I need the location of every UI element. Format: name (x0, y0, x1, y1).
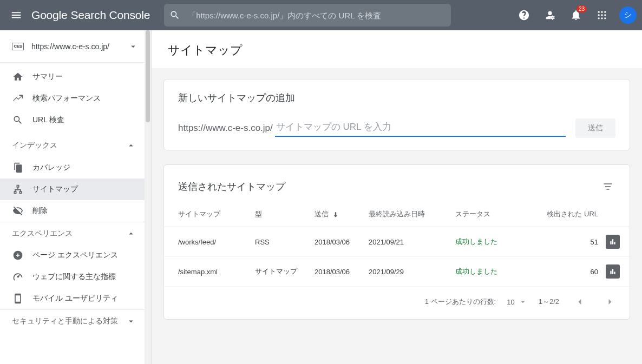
trending-icon (12, 92, 24, 104)
cell-status: 成功しました (451, 257, 527, 287)
page-title: サイトマップ (152, 30, 642, 68)
table-row[interactable]: /works/feed/ RSS 2018/03/06 2021/09/21 成… (164, 227, 630, 257)
sidebar-item-label: ウェブに関する主な指標 (32, 272, 136, 282)
next-page-button[interactable] (600, 292, 620, 312)
cell-last-read: 2021/09/29 (364, 257, 451, 287)
cell-sitemap: /sitemap.xml (164, 257, 251, 287)
submitted-heading: 送信されたサイトマップ (178, 180, 598, 193)
visibility-off-icon (12, 205, 24, 217)
cell-type: RSS (251, 227, 310, 257)
svg-point-4 (601, 14, 602, 16)
group-label: セキュリティと手動による対策 (12, 316, 126, 326)
hamburger-icon (10, 9, 22, 21)
product-logo: Google Search Console (31, 9, 150, 22)
svg-point-7 (601, 17, 602, 19)
table-row[interactable]: /sitemap.xml サイトマップ 2018/03/06 2021/09/2… (164, 257, 630, 287)
chevron-left-icon (574, 296, 585, 307)
rows-per-page-value: 10 (507, 298, 514, 306)
col-type[interactable]: 型 (251, 202, 310, 227)
table-pager: 1 ページあたりの行数: 10 1～2/2 (164, 287, 630, 319)
caret-down-icon (518, 297, 528, 307)
notification-badge: 23 (577, 5, 587, 12)
sidebar-group-index[interactable]: インデックス (0, 134, 145, 157)
cell-type: サイトマップ (251, 257, 310, 287)
main-content: サイトマップ 新しいサイトマップの追加 https://www.c-e-s.co… (152, 30, 642, 364)
arrow-down-icon (332, 211, 339, 219)
chevron-right-icon (605, 296, 615, 307)
submit-button[interactable]: 送信 (575, 118, 615, 138)
notifications-button[interactable]: 23 (563, 2, 589, 28)
col-found[interactable]: 検出された URL (527, 202, 601, 227)
svg-point-3 (598, 14, 600, 16)
speed-icon (12, 271, 24, 283)
filter-button[interactable] (598, 177, 618, 196)
url-inspect-search[interactable] (164, 4, 451, 27)
sidebar-item-core-vitals[interactable]: ウェブに関する主な指標 (0, 266, 145, 288)
sitemap-url-input[interactable] (275, 120, 566, 137)
col-status[interactable]: ステータス (451, 202, 527, 227)
col-last-read[interactable]: 最終読み込み日時 (364, 202, 451, 227)
user-settings-icon (544, 9, 556, 21)
svg-point-5 (604, 14, 606, 16)
rows-per-page-select[interactable]: 10 (507, 297, 527, 307)
pages-icon (12, 162, 24, 174)
sidebar-group-security[interactable]: セキュリティと手動による対策 (0, 309, 145, 332)
sidebar-item-url-inspect[interactable]: URL 検査 (0, 109, 145, 131)
svg-point-6 (598, 17, 600, 19)
row-chart-button[interactable] (606, 264, 620, 279)
group-label: インデックス (12, 141, 126, 150)
prev-page-button[interactable] (570, 292, 589, 312)
sidebar-item-label: 検索パフォーマンス (32, 94, 136, 103)
logo-google: Google (31, 9, 68, 22)
smartphone-icon (12, 293, 24, 305)
sidebar-item-removals[interactable]: 削除 (0, 200, 145, 222)
menu-button[interactable] (3, 2, 29, 28)
property-selector[interactable]: CES https://www.c-e-s.co.jp/ (0, 30, 145, 63)
cell-sitemap: /works/feed/ (164, 227, 251, 257)
circle-plus-icon (12, 249, 24, 261)
sidebar-item-coverage[interactable]: カバレッジ (0, 157, 145, 178)
apps-grid-icon (597, 10, 607, 21)
bar-chart-icon (609, 238, 617, 246)
sidebar-item-label: サマリー (32, 72, 136, 82)
account-avatar[interactable]: シ (619, 6, 637, 24)
apps-button[interactable] (589, 2, 615, 28)
sitemaps-table: サイトマップ 型 送信 最終読み込み日時 ステータス 検出された URL (164, 202, 630, 287)
home-icon (12, 71, 24, 83)
search-input[interactable] (188, 11, 446, 20)
sidebar-item-label: 削除 (32, 206, 136, 216)
rows-per-page-label: 1 ページあたりの行数: (425, 297, 496, 307)
bar-chart-icon (609, 268, 617, 275)
sidebar-item-mobile-usability[interactable]: モバイル ユーザビリティ (0, 288, 145, 309)
cell-sent: 2018/03/06 (310, 257, 364, 287)
search-icon (12, 114, 24, 126)
cell-sent: 2018/03/06 (310, 227, 364, 257)
col-sent[interactable]: 送信 (310, 202, 364, 227)
sidebar-item-performance[interactable]: 検索パフォーマンス (0, 88, 145, 109)
avatar-letter: シ (624, 10, 632, 20)
scrollbar-thumb[interactable] (146, 30, 150, 122)
add-sitemap-heading: 新しいサイトマップの追加 (178, 91, 615, 104)
sidebar-item-label: ページ エクスペリエンス (32, 250, 136, 260)
caret-down-icon (128, 42, 138, 51)
app-header: Google Search Console 23 シ (0, 0, 642, 30)
cell-status: 成功しました (451, 227, 527, 257)
sidebar-item-page-experience[interactable]: ページ エクスペリエンス (0, 244, 145, 266)
users-button[interactable] (537, 2, 563, 28)
col-sitemap[interactable]: サイトマップ (164, 202, 251, 227)
cell-last-read: 2021/09/21 (364, 227, 451, 257)
chevron-down-icon (126, 316, 136, 326)
row-chart-button[interactable] (606, 235, 620, 249)
search-icon (169, 10, 180, 21)
svg-point-1 (601, 11, 602, 13)
property-url: https://www.c-e-s.co.jp/ (31, 42, 128, 51)
cell-found: 60 (527, 257, 601, 287)
sidebar-scrollbar[interactable] (145, 30, 151, 364)
sidebar-group-experience[interactable]: エクスペリエンス (0, 222, 145, 244)
logo-product: Search Console (71, 9, 150, 22)
sidebar-item-sitemaps[interactable]: サイトマップ (0, 178, 145, 200)
sidebar-item-summary[interactable]: サマリー (0, 66, 145, 88)
sidebar-item-label: サイトマップ (32, 184, 136, 194)
help-button[interactable] (511, 2, 537, 28)
table-header-row: サイトマップ 型 送信 最終読み込み日時 ステータス 検出された URL (164, 202, 630, 227)
